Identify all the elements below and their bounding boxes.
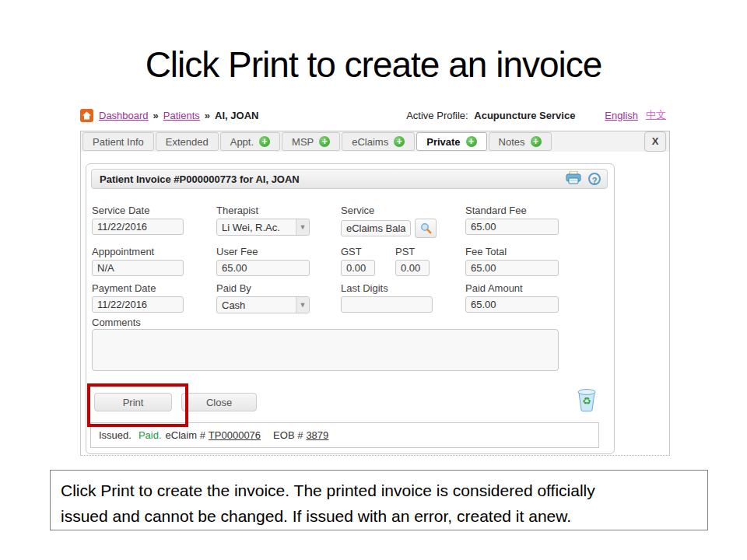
appointment-input[interactable]: [92, 260, 184, 276]
field-service-date: Service Date: [92, 205, 184, 235]
field-fee-total: Fee Total: [465, 246, 559, 276]
breadcrumb-separator: »: [153, 110, 159, 121]
field-appointment: Apppointment: [92, 246, 184, 276]
field-last-digits: Last Digits: [341, 282, 433, 313]
print-icon[interactable]: [566, 171, 581, 187]
eob-number-link[interactable]: 3879: [306, 429, 328, 441]
pst-input[interactable]: [395, 260, 430, 276]
chevron-down-icon: ▼: [296, 219, 309, 235]
gst-label: GST: [341, 246, 375, 257]
help-icon[interactable]: ?: [588, 173, 601, 185]
service-input[interactable]: [341, 220, 411, 236]
caption-line-2: issued and cannot be changed. If issued …: [61, 507, 571, 525]
eclaim-number-link[interactable]: TP0000076: [209, 429, 261, 441]
field-service: Service: [341, 205, 437, 238]
paid-by-select[interactable]: Cash ▼: [216, 296, 310, 313]
print-button[interactable]: Print: [94, 393, 172, 411]
language-english-link[interactable]: English: [605, 110, 638, 121]
comments-textarea[interactable]: [92, 329, 559, 371]
paid-amount-label: Paid Amount: [465, 282, 559, 294]
field-pst: PST: [395, 246, 430, 276]
delete-invoice-icon[interactable]: ♻: [577, 388, 597, 412]
last-digits-label: Last Digits: [341, 282, 433, 294]
add-eclaims-icon[interactable]: +: [394, 136, 405, 147]
breadcrumb: Dashboard » Patients » AI, JOAN Active P…: [80, 107, 668, 124]
payment-date-label: Payment Date: [92, 282, 184, 294]
tab-bar: Patient Info Extended Appt.+ MSP+ eClaim…: [80, 131, 670, 152]
breadcrumb-patient-name: AI, JOAN: [215, 110, 258, 121]
breadcrumb-patients-link[interactable]: Patients: [163, 110, 200, 121]
pst-label: PST: [395, 246, 430, 257]
last-digits-input[interactable]: [341, 296, 433, 313]
tab-private[interactable]: Private+: [416, 132, 486, 151]
fee-total-label: Fee Total: [465, 246, 559, 257]
tab-appt[interactable]: Appt.+: [220, 132, 280, 151]
home-icon[interactable]: [80, 109, 93, 122]
invoice-status-bar: Issued. Paid. eClaim # TP0000076 EOB # 3…: [90, 422, 599, 448]
appointment-label: Apppointment: [92, 246, 184, 257]
field-payment-date: Payment Date: [92, 282, 184, 313]
tab-patient-info[interactable]: Patient Info: [82, 132, 154, 151]
active-profile-label: Active Profile:: [406, 110, 468, 121]
active-profile-value: Acupuncture Service: [474, 110, 575, 121]
caption-box: Click Print to create the invoice. The p…: [50, 470, 708, 530]
tab-notes[interactable]: Notes+: [489, 132, 552, 151]
fee-total-input[interactable]: [465, 260, 559, 276]
language-chinese-link[interactable]: 中文: [646, 108, 666, 122]
therapist-label: Therapist: [216, 205, 310, 216]
tab-eclaims[interactable]: eClaims+: [342, 132, 415, 151]
add-private-icon[interactable]: +: [466, 136, 477, 147]
status-issued: Issued.: [99, 429, 132, 441]
gst-input[interactable]: [341, 260, 375, 276]
caption-line-1: Click Print to create the invoice. The p…: [61, 481, 595, 499]
tab-extended[interactable]: Extended: [156, 132, 219, 151]
add-msp-icon[interactable]: +: [319, 136, 330, 147]
tab-msp[interactable]: MSP+: [282, 132, 340, 151]
paid-amount-input[interactable]: [465, 296, 559, 313]
service-search-button[interactable]: [415, 219, 437, 238]
therapist-select[interactable]: Li Wei, R.Ac. ▼: [216, 219, 310, 236]
field-paid-by: Paid By Cash ▼: [216, 282, 310, 313]
invoice-title: Patient Invoice #P000000773 for AI, JOAN: [98, 173, 300, 185]
service-date-input[interactable]: [92, 219, 184, 235]
user-fee-input[interactable]: [216, 260, 310, 276]
close-button[interactable]: Close: [181, 393, 257, 411]
standard-fee-input[interactable]: [465, 219, 559, 235]
service-date-label: Service Date: [92, 205, 184, 216]
active-profile: Active Profile: Acupuncture Service: [406, 110, 575, 121]
invoice-header-bar: Patient Invoice #P000000773 for AI, JOAN…: [91, 169, 608, 189]
slide-title: Click Print to create an invoice: [0, 44, 747, 86]
eclaim-label: eClaim #: [166, 429, 205, 441]
eob-label: EOB #: [273, 429, 303, 441]
chevron-down-icon: ▼: [296, 297, 309, 313]
field-standard-fee: Standard Fee: [465, 205, 559, 235]
payment-date-input[interactable]: [92, 296, 184, 313]
user-fee-label: User Fee: [216, 246, 310, 257]
add-notes-icon[interactable]: +: [531, 136, 542, 147]
field-gst: GST: [341, 246, 375, 276]
status-paid: Paid.: [139, 429, 162, 441]
add-appt-icon[interactable]: +: [259, 136, 270, 147]
field-paid-amount: Paid Amount: [465, 282, 559, 313]
breadcrumb-dashboard-link[interactable]: Dashboard: [99, 110, 149, 121]
breadcrumb-separator: »: [205, 110, 210, 121]
slide: Click Print to create an invoice Dashboa…: [0, 0, 747, 560]
field-therapist: Therapist Li Wei, R.Ac. ▼: [216, 205, 310, 236]
comments-label: Comments: [92, 317, 141, 328]
standard-fee-label: Standard Fee: [465, 205, 559, 216]
patient-invoice-panel: Patient Invoice #P000000773 for AI, JOAN…: [86, 163, 615, 454]
field-user-fee: User Fee: [216, 246, 310, 276]
close-tab-button[interactable]: X: [644, 131, 666, 152]
paid-by-label: Paid By: [216, 282, 310, 294]
recycle-icon: ♻: [582, 395, 591, 407]
service-label: Service: [341, 205, 437, 216]
